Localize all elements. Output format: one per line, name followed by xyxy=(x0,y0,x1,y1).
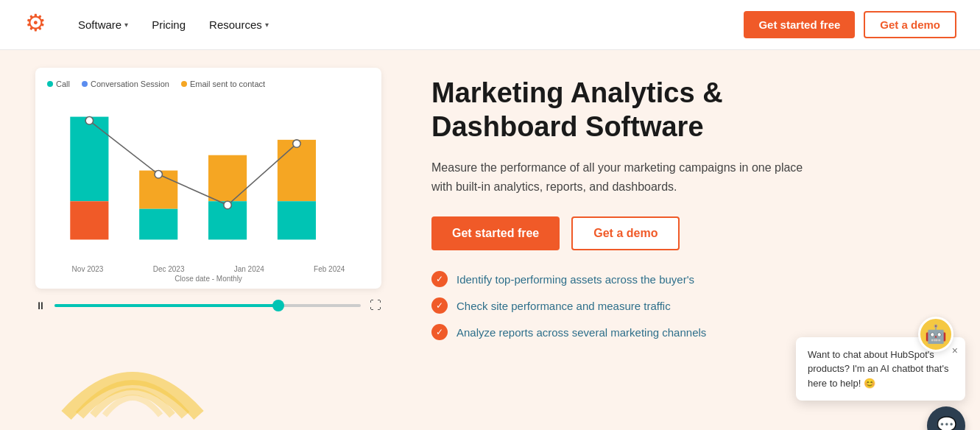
label-jan: Jan 2024 xyxy=(234,265,264,273)
chart-container: Call Conversation Session Email sent to … xyxy=(35,68,396,312)
data-point-2 xyxy=(155,171,162,178)
pause-button[interactable]: ⏸ xyxy=(35,300,46,311)
bar-nov-teal xyxy=(70,117,108,202)
legend-call-label: Call xyxy=(56,80,70,88)
legend-call-dot xyxy=(47,81,53,87)
bar-feb-teal xyxy=(278,201,316,239)
chat-widget: 🤖 × Want to chat about HubSpot's product… xyxy=(796,337,965,401)
chart-x-labels: Nov 2023 Dec 2023 Jan 2024 Feb 2024 xyxy=(47,265,370,273)
navbar: ⚙ Software ▾ Pricing Resources ▾ Get sta… xyxy=(0,0,980,50)
legend-call: Call xyxy=(47,80,70,88)
main-title: Marketing Analytics & Dashboard Software xyxy=(431,77,945,144)
bar-feb-yellow xyxy=(278,140,316,201)
chat-avatar: 🤖 xyxy=(918,317,953,352)
bar-chart xyxy=(47,97,370,259)
legend-email-dot xyxy=(181,81,187,87)
rainbow-decoration xyxy=(59,334,206,430)
feature-label-2: Check site performance and measure traff… xyxy=(456,300,671,312)
feature-label-3: Analyze reports across several marketing… xyxy=(456,326,706,339)
legend-conversation-label: Conversation Session xyxy=(91,80,169,88)
cta-buttons: Get started free Get a demo xyxy=(431,216,945,250)
nav-items: Software ▾ Pricing Resources ▾ xyxy=(68,13,744,37)
check-icon-2: ✓ xyxy=(431,297,448,314)
hero-get-started-button[interactable]: Get started free xyxy=(431,216,560,250)
svg-text:⚙: ⚙ xyxy=(25,10,46,36)
label-nov: Nov 2023 xyxy=(72,265,104,273)
check-icon-3: ✓ xyxy=(431,324,448,340)
hero-get-demo-button[interactable]: Get a demo xyxy=(571,216,680,250)
bar-jan-yellow xyxy=(208,155,247,202)
resources-chevron-icon: ▾ xyxy=(265,21,269,29)
chat-bubble-icon: 💬 xyxy=(937,416,956,430)
progress-fill xyxy=(54,304,278,307)
bar-nov-orange xyxy=(70,201,108,239)
progress-thumb xyxy=(272,300,284,311)
chat-bubble: 🤖 × Want to chat about HubSpot's product… xyxy=(796,337,965,401)
feature-list: ✓ Identify top-performing assets across … xyxy=(431,271,945,340)
label-feb: Feb 2024 xyxy=(314,265,345,273)
progress-track[interactable] xyxy=(54,304,361,307)
feature-item-1: ✓ Identify top-performing assets across … xyxy=(431,271,945,287)
feature-label-1: Identify top-performing assets across th… xyxy=(456,273,694,286)
main-content: Call Conversation Session Email sent to … xyxy=(0,50,980,430)
check-icon-1: ✓ xyxy=(431,271,448,287)
bar-dec-teal xyxy=(139,209,177,240)
chat-close-button[interactable]: × xyxy=(952,343,958,359)
hubspot-logo[interactable]: ⚙ xyxy=(24,10,50,40)
chart-legend: Call Conversation Session Email sent to … xyxy=(47,80,370,88)
legend-email: Email sent to contact xyxy=(181,80,265,88)
data-point-4 xyxy=(293,140,300,147)
playback-bar: ⏸ ⛶ xyxy=(35,299,381,312)
legend-conversation: Conversation Session xyxy=(82,80,169,88)
nav-resources[interactable]: Resources ▾ xyxy=(199,13,279,37)
data-point-1 xyxy=(85,117,93,124)
trend-line xyxy=(89,121,297,205)
main-subtitle: Measure the performance of all your mark… xyxy=(431,158,814,196)
nav-get-demo-button[interactable]: Get a demo xyxy=(864,11,956,38)
nav-actions: Get started free Get a demo xyxy=(744,11,956,38)
chat-message: Want to chat about HubSpot's products? I… xyxy=(808,349,948,389)
label-dec: Dec 2023 xyxy=(153,265,185,273)
chat-open-button[interactable]: 💬 xyxy=(927,406,965,430)
nav-get-started-button[interactable]: Get started free xyxy=(744,11,855,38)
nav-software[interactable]: Software ▾ xyxy=(68,13,138,37)
nav-pricing[interactable]: Pricing xyxy=(141,13,196,37)
legend-conversation-dot xyxy=(82,81,88,87)
software-chevron-icon: ▾ xyxy=(124,21,128,29)
close-date-label: Close date - Monthly xyxy=(47,275,370,283)
legend-email-label: Email sent to contact xyxy=(190,80,265,88)
feature-item-2: ✓ Check site performance and measure tra… xyxy=(431,297,945,314)
data-point-3 xyxy=(224,201,231,208)
chart-card: Call Conversation Session Email sent to … xyxy=(35,68,381,289)
text-content: Marketing Analytics & Dashboard Software… xyxy=(431,68,945,340)
expand-button[interactable]: ⛶ xyxy=(370,299,381,312)
